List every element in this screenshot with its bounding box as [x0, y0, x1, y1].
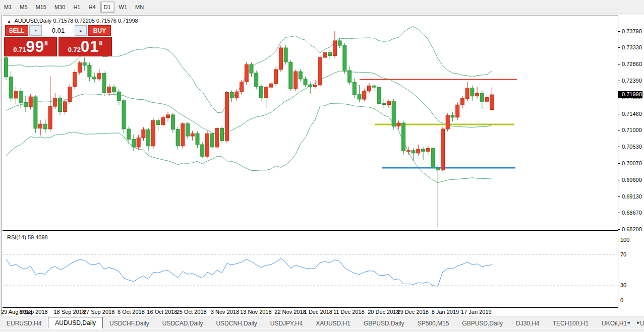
buy-price-box[interactable]: 0.72 01 8	[58, 37, 112, 56]
candle	[102, 71, 106, 96]
tab-scroll-left-icon[interactable]: ◄	[625, 318, 632, 326]
date-axis-label: 29 Dec 2018	[397, 309, 429, 315]
candle	[97, 69, 101, 81]
sell-price-box[interactable]: 0.71 99 8	[4, 37, 57, 56]
buy-price-small: 0.72	[68, 46, 81, 53]
candle	[53, 93, 57, 109]
sell-button[interactable]: SELL	[5, 25, 28, 36]
price-axis-tick	[618, 163, 620, 164]
chart-tab-xauusd-h1[interactable]: XAUUSD,H1	[309, 318, 357, 328]
candle	[338, 38, 341, 48]
candle	[255, 71, 258, 89]
candle	[250, 62, 253, 77]
candle	[230, 90, 233, 103]
candlestick-chart[interactable]	[0, 15, 644, 317]
timeframe-button-d1[interactable]: D1	[100, 2, 114, 13]
candle	[348, 66, 352, 85]
candle	[14, 87, 18, 104]
candle	[186, 122, 190, 139]
candle	[161, 115, 165, 127]
price-axis-label: 0.73330	[622, 44, 642, 50]
price-axis-label: 0.71000	[622, 127, 642, 133]
price-axis-tick	[618, 81, 620, 81]
candle	[304, 77, 307, 87]
chart-window[interactable]: ▲ AUDUSD,Daily 0.71578 0.72205 0.71576 0…	[0, 15, 644, 317]
timeframe-button-h4[interactable]: H4	[85, 2, 99, 13]
chart-tab-gbpusd-daily[interactable]: GBPUSD,Daily	[455, 318, 509, 328]
chart-tab-tech100-h1[interactable]: TECH100,H1	[546, 318, 595, 328]
rsi-level-label: 70	[620, 251, 626, 257]
price-axis-label: 0.73790	[622, 28, 642, 34]
candle	[397, 120, 400, 129]
candle	[156, 118, 160, 130]
timeframe-button-m1[interactable]: M1	[1, 2, 15, 13]
bollinger-lower-band	[6, 104, 492, 183]
volume-increase-icon[interactable]: ▲	[75, 25, 87, 36]
price-axis-label: 0.69600	[622, 177, 642, 183]
timeframe-button-m15[interactable]: M15	[32, 2, 50, 13]
candle	[358, 85, 361, 102]
price-axis-label: 0.68200	[622, 226, 642, 232]
price-axis-label: 0.70530	[622, 144, 642, 150]
tab-scroll-right-icon[interactable]: ►	[635, 318, 642, 326]
chart-tab-sp500-m15[interactable]: SP500,M15	[411, 318, 456, 328]
candle	[382, 99, 386, 109]
candle	[387, 100, 390, 108]
candle	[88, 63, 91, 82]
chart-tab-audusd-daily[interactable]: AUDUSD,Daily	[48, 317, 103, 328]
candle	[309, 82, 312, 94]
timeframe-button-m5[interactable]: M5	[16, 2, 31, 13]
candle	[137, 135, 140, 150]
volume-decrease-icon[interactable]: ▼	[30, 25, 42, 36]
chart-tab-usdjpy-h4[interactable]: USDJPY,H4	[264, 318, 309, 328]
price-axis-tick	[618, 31, 620, 32]
chart-tab-usdcad-daily[interactable]: USDCAD,Daily	[156, 318, 210, 328]
chart-direction-icon: ▲	[7, 19, 11, 24]
candle	[333, 31, 336, 58]
timeframe-button-mn[interactable]: MN	[132, 2, 147, 13]
timeframe-button-h1[interactable]: H1	[70, 2, 84, 13]
timeframe-button-w1[interactable]: W1	[115, 2, 131, 13]
candle	[480, 90, 484, 109]
candle	[29, 94, 32, 109]
candle	[436, 165, 440, 228]
candle	[34, 95, 37, 132]
chart-tab-eurusd-h4[interactable]: EURUSD,H4	[0, 318, 48, 328]
chart-tab-dj30-h4[interactable]: DJ30,H4	[509, 318, 546, 328]
candle	[48, 76, 52, 131]
candle	[5, 55, 8, 80]
rsi-level-label: 100	[620, 237, 629, 243]
date-axis-label: 11 Dec 2018	[333, 309, 365, 315]
candle	[132, 135, 136, 152]
candle	[328, 50, 332, 60]
chart-title-symbol: AUDUSD,Daily	[14, 18, 51, 24]
candle	[446, 113, 449, 131]
price-axis-label: 0.72390	[622, 78, 642, 84]
candle	[176, 127, 180, 150]
bollinger-middle-band	[6, 71, 492, 135]
trading-platform-window: M1M5M15M30H1H4D1W1MN ▲ AUDUSD,Daily 0.71…	[0, 0, 644, 332]
candle	[196, 131, 199, 148]
chart-tab-gbpusd-daily[interactable]: GBPUSD,Daily	[357, 318, 411, 328]
price-axis-label: 0.71460	[622, 111, 642, 117]
timeframe-button-m30[interactable]: M30	[51, 2, 69, 13]
price-axis-tick	[618, 114, 620, 114]
candle	[117, 89, 121, 105]
sell-price-small: 0.71	[13, 46, 26, 53]
volume-input[interactable]	[42, 25, 75, 36]
candle	[490, 87, 494, 109]
price-axis-tick	[618, 180, 620, 180]
chart-tab-usdchf-daily[interactable]: USDCHF,Daily	[103, 318, 156, 328]
candle	[245, 62, 248, 85]
sell-price-big: 99	[26, 38, 44, 55]
price-axis-tick	[618, 64, 620, 64]
price-axis-tick	[618, 47, 620, 48]
price-axis-tick	[618, 196, 620, 197]
candle	[294, 70, 298, 91]
chart-tab-usdcnh-daily[interactable]: USDCNH,Daily	[209, 318, 263, 328]
candle	[191, 131, 194, 141]
candle	[215, 126, 219, 149]
buy-button[interactable]: BUY	[88, 25, 111, 36]
candle	[476, 87, 479, 99]
candle	[151, 118, 155, 149]
